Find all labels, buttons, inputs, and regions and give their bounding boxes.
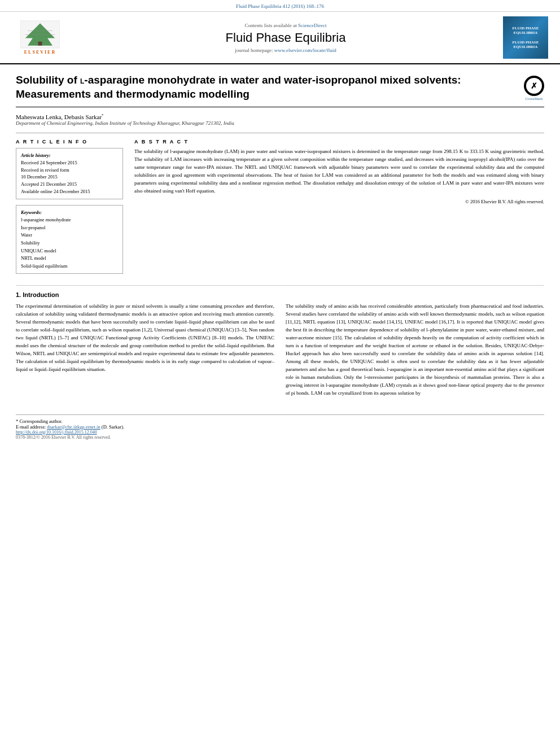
journal-reference: Fluid Phase Equilibria 412 (2016) 168–17… (236, 3, 324, 9)
affiliation-line: Department of Chemical Engineering, Indi… (16, 120, 544, 126)
introduction-section: 1. Introduction The experimental determi… (16, 285, 544, 397)
email-label: E-mail address: (16, 424, 46, 430)
authors-line: Maheswata Lenka, Debasis Sarkar* (16, 113, 544, 120)
authors-text: Maheswata Lenka, Debasis Sarkar (16, 113, 102, 120)
email-line: E-mail address: dsarkar@che.iitkgp.ernet… (16, 424, 544, 430)
revised-label: Received in revised form (21, 167, 118, 174)
journal-title-area: Contents lists available at ScienceDirec… (77, 16, 495, 59)
elsevier-tree-icon (20, 20, 60, 49)
journal-reference-bar: Fluid Phase Equilibria 412 (2016) 168–17… (0, 0, 560, 12)
left-column: A R T I C L E I N F O Article history: R… (16, 139, 123, 274)
article-title-section: Solubility of l-asparagine monohydrate i… (16, 73, 544, 107)
keyword-2: Iso-propanol (21, 224, 118, 232)
journal-header: ELSEVIER Contents lists available at Sci… (0, 12, 560, 64)
online-date: Available online 24 December 2015 (21, 188, 118, 195)
sciencedirect-link[interactable]: ScienceDirect (298, 23, 326, 28)
received-date: Received 24 September 2015 (21, 159, 118, 167)
contents-available-line: Contents lists available at ScienceDirec… (245, 23, 327, 28)
copyright-line: © 2016 Elsevier B.V. All rights reserved… (134, 199, 544, 204)
keyword-6: NRTL model (21, 255, 118, 263)
intro-left-col: The experimental determination of solubi… (16, 303, 274, 397)
right-column: A B S T R A C T The solubility of l-aspa… (134, 139, 544, 274)
svg-rect-2 (38, 42, 42, 46)
crossmark-circle: ✗ (524, 76, 544, 96)
corresponding-author: * Corresponding author. (16, 418, 544, 424)
crossmark-label: CrossMark (524, 97, 544, 101)
intro-body-columns: The experimental determination of solubi… (16, 303, 544, 397)
journal-title: Fluid Phase Equilibria (226, 30, 346, 45)
abstract-heading: A B S T R A C T (134, 139, 544, 145)
author-star: * (102, 113, 104, 117)
title-text-part1: Solubility of (16, 74, 80, 86)
abstract-text: The solubility of l-asparagine monohydra… (134, 148, 544, 195)
keywords-block: Keywords: l-asparagine monohydrate Iso-p… (16, 205, 123, 274)
issn-line: 0378-3812/© 2016 Elsevier B.V. All right… (16, 435, 544, 440)
elsevier-logo: ELSEVIER (20, 20, 60, 55)
elsevier-logo-area: ELSEVIER (9, 16, 71, 59)
keyword-3: Water (21, 231, 118, 239)
journal-homepage-link[interactable]: www.elsevier.com/locate/fluid (274, 47, 336, 53)
doi-line: http://dx.doi.org/10.1016/j.fluid.2015.1… (16, 430, 544, 435)
journal-thumb-title: FLUID PHASEEQUILIBRIAFLUID PHASEEQUILIBR… (513, 26, 539, 50)
keyword-5: UNIQUAC model (21, 247, 118, 255)
intro-heading: 1. Introduction (16, 291, 544, 298)
crossmark-badge: ✗ CrossMark (524, 76, 544, 96)
elsevier-text: ELSEVIER (24, 50, 56, 55)
article-info-abstract-columns: A R T I C L E I N F O Article history: R… (16, 133, 544, 274)
journal-thumbnail: FLUID PHASEEQUILIBRIAFLUID PHASEEQUILIBR… (503, 16, 548, 59)
article-title: Solubility of l-asparagine monohydrate i… (16, 73, 524, 101)
accepted-date: Accepted 21 December 2015 (21, 181, 118, 188)
article-info-block: Article history: Received 24 September 2… (16, 148, 123, 199)
keywords-label: Keywords: (21, 209, 118, 217)
email-suffix: (D. Sarkar). (102, 424, 124, 430)
keyword-4: Solubility (21, 239, 118, 247)
doi-link[interactable]: http://dx.doi.org/10.1016/j.fluid.2015.1… (16, 430, 97, 435)
article-body: Solubility of l-asparagine monohydrate i… (0, 64, 560, 449)
author-email-link[interactable]: dsarkar@che.iitkgp.ernet.in (47, 424, 100, 430)
journal-homepage-line: journal homepage: www.elsevier.com/locat… (235, 47, 336, 53)
article-history-label: Article history: (21, 152, 118, 159)
revised-date: 10 December 2015 (21, 173, 118, 181)
journal-thumbnail-area: FLUID PHASEEQUILIBRIAFLUID PHASEEQUILIBR… (500, 16, 551, 59)
intro-right-col: The solubility study of amino acids has … (286, 303, 544, 397)
keyword-7: Solid-liquid equilibrium (21, 263, 118, 270)
authors-section: Maheswata Lenka, Debasis Sarkar* Departm… (16, 113, 544, 126)
footnote-section: * Corresponding author. E-mail address: … (16, 414, 544, 440)
keyword-1: l-asparagine monohydrate (21, 216, 118, 224)
crossmark-inner: ✗ (526, 78, 542, 94)
article-info-heading: A R T I C L E I N F O (16, 139, 123, 145)
